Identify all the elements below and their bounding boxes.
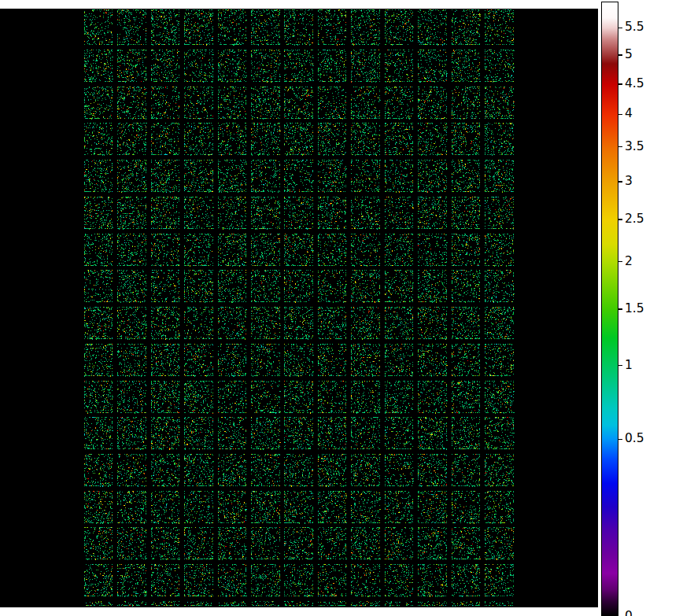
colorbar-tick-label: 4	[625, 109, 633, 121]
colorbar-tick-label: 0	[625, 610, 633, 616]
colorbar-tick-label: 0.5	[625, 433, 644, 446]
colorbar-tick-label: 4.5	[625, 78, 644, 90]
detector-modules-canvas	[0, 9, 598, 607]
colorbar-tick-label: 3	[625, 175, 633, 188]
figure-root: 5.554.543.532.521.510.50	[0, 0, 683, 616]
colorbar-tick-mark	[618, 439, 622, 441]
colorbar-tick-label: 3.5	[625, 141, 644, 153]
colorbar-tick-label: 5	[625, 49, 633, 61]
colorbar-tick-mark	[618, 83, 622, 85]
colorbar-tick-mark	[618, 28, 622, 29]
colorbar-tick-mark	[618, 54, 622, 56]
colorbar-tick-mark	[618, 365, 622, 367]
colorbar-tick-label: 1.5	[625, 303, 644, 315]
colorbar-tick-mark	[618, 261, 622, 263]
detector-image-area	[0, 9, 598, 607]
colorbar-tick-mark	[618, 219, 622, 220]
colorbar-tick-mark	[618, 146, 622, 148]
colorbar-tick-mark	[618, 308, 622, 310]
colorbar-tick-label: 1	[625, 360, 633, 372]
colorbar-tick-label: 2.5	[625, 213, 644, 226]
colorbar	[601, 2, 618, 616]
colorbar-tick-mark	[618, 114, 622, 116]
colorbar-tick-mark	[618, 181, 622, 183]
colorbar-tick-label: 5.5	[625, 22, 644, 35]
colorbar-tick-label: 2	[625, 256, 633, 268]
